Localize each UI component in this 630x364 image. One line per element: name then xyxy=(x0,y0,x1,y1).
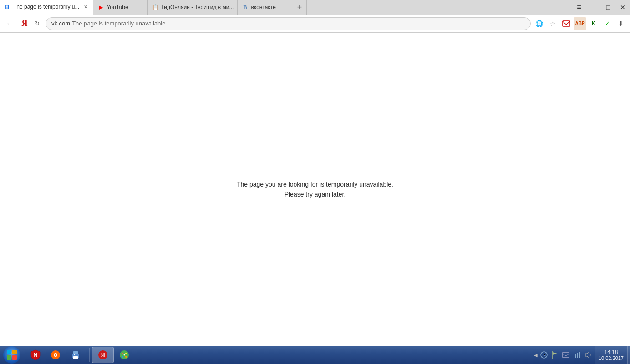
taskbar-app-paint[interactable] xyxy=(115,347,134,363)
tray-icon-update[interactable] xyxy=(539,350,549,359)
bookmark-icon[interactable]: ☆ xyxy=(546,17,559,30)
svg-rect-3 xyxy=(7,355,11,360)
title-spacer xyxy=(307,0,572,15)
taskbar-separator-1 xyxy=(89,348,90,362)
system-tray: ◀ xyxy=(531,346,595,364)
tab-gidonline[interactable]: 📋 ГидОнлайн - Твой гид в ми... xyxy=(148,0,238,15)
url-path: The page is temporarily unavailable xyxy=(72,20,165,27)
clock-date: 10.02.2017 xyxy=(599,355,624,361)
svg-text:N: N xyxy=(33,352,37,359)
url-domain: vk.com xyxy=(51,20,70,27)
tab-label-3: ГидОнлайн - Твой гид в ми... xyxy=(161,4,234,10)
svg-text:Я: Я xyxy=(101,352,105,359)
error-line1: The page you are looking for is temporar… xyxy=(237,181,393,188)
minimize-button[interactable]: — xyxy=(586,0,601,15)
svg-rect-12 xyxy=(74,354,75,355)
svg-rect-4 xyxy=(12,355,17,360)
taskbar: N Я xyxy=(0,346,630,364)
svg-point-18 xyxy=(122,356,123,358)
show-desktop-button[interactable] xyxy=(627,346,630,364)
taskbar-app-norton[interactable]: N xyxy=(26,347,45,363)
mail-icon[interactable] xyxy=(560,17,573,30)
taskbar-pinned-apps: N xyxy=(24,346,87,364)
svg-rect-11 xyxy=(73,356,78,359)
tab-favicon-4: В xyxy=(241,4,249,11)
yandex-logo[interactable]: Я xyxy=(18,17,31,30)
reload-button[interactable]: ↻ xyxy=(33,20,41,28)
tab-active[interactable]: B The page is temporarily u... ✕ xyxy=(0,0,93,15)
svg-rect-1 xyxy=(7,350,11,354)
taskbar-app-printer[interactable] xyxy=(66,347,85,363)
system-clock[interactable]: 14:18 10.02.2017 xyxy=(595,346,627,364)
address-bar: ← Я ↻ vk.com The page is temporarily una… xyxy=(0,15,630,33)
tab-youtube[interactable]: ▶ YouTube xyxy=(93,0,148,15)
url-bar[interactable]: vk.com The page is temporarily unavailab… xyxy=(46,17,531,30)
tab-favicon-2: ▶ xyxy=(97,4,104,11)
tab-label-1: The page is temporarily u... xyxy=(13,4,79,10)
svg-marker-28 xyxy=(585,352,589,358)
volume-icon[interactable] xyxy=(583,350,592,359)
tab-close-1[interactable]: ✕ xyxy=(82,3,89,10)
tray-icon-inbox[interactable] xyxy=(561,350,570,359)
network-signal-icon[interactable] xyxy=(572,350,581,359)
svg-rect-25 xyxy=(575,354,576,358)
tab-label-4: вконтакте xyxy=(251,4,288,10)
title-bar: B The page is temporarily u... ✕ ▶ YouTu… xyxy=(0,0,630,15)
adblock-icon[interactable]: ABP xyxy=(574,17,586,30)
svg-point-17 xyxy=(125,353,127,354)
svg-rect-10 xyxy=(73,351,78,354)
close-button[interactable]: ✕ xyxy=(615,0,630,15)
svg-point-19 xyxy=(125,356,127,358)
kaspersky-icon[interactable]: K xyxy=(587,17,600,30)
svg-point-20 xyxy=(124,354,125,356)
svg-rect-0 xyxy=(563,21,570,26)
tray-icon-flag[interactable] xyxy=(550,350,559,359)
browser-menu-button[interactable]: ≡ xyxy=(572,0,586,15)
back-button[interactable]: ← xyxy=(3,17,16,30)
svg-rect-24 xyxy=(574,356,574,358)
error-message: The page you are looking for is temporar… xyxy=(237,181,393,198)
new-tab-button[interactable]: + xyxy=(292,0,307,15)
tab-label-2: YouTube xyxy=(107,4,144,10)
tab-favicon-1: B xyxy=(4,3,11,10)
tab-favicon-3: 📋 xyxy=(152,4,159,11)
taskbar-app-yandex-browser[interactable]: Я xyxy=(92,347,114,363)
maximize-button[interactable]: □ xyxy=(601,0,615,15)
toolbar-icons: 🌐 ☆ ABP K ✓ ⬇ xyxy=(533,17,627,30)
svg-point-8 xyxy=(55,354,56,356)
svg-rect-23 xyxy=(563,352,569,358)
start-button[interactable] xyxy=(0,346,24,364)
taskbar-app-tuneup[interactable] xyxy=(46,347,65,363)
error-line2: Please try again later. xyxy=(237,191,393,198)
browser-content: The page you are looking for is temporar… xyxy=(0,33,630,346)
tray-expand-button[interactable]: ◀ xyxy=(534,353,538,358)
download-icon[interactable]: ⬇ xyxy=(615,17,627,30)
clock-time: 14:18 xyxy=(604,349,618,355)
svg-rect-26 xyxy=(577,353,578,358)
svg-rect-2 xyxy=(12,350,17,354)
translate-icon[interactable]: 🌐 xyxy=(533,17,545,30)
guard-icon[interactable]: ✓ xyxy=(601,17,614,30)
start-orb xyxy=(3,346,20,364)
tab-vkontakte[interactable]: В вконтакте xyxy=(238,0,292,15)
svg-rect-27 xyxy=(579,352,580,358)
svg-point-16 xyxy=(122,353,123,354)
